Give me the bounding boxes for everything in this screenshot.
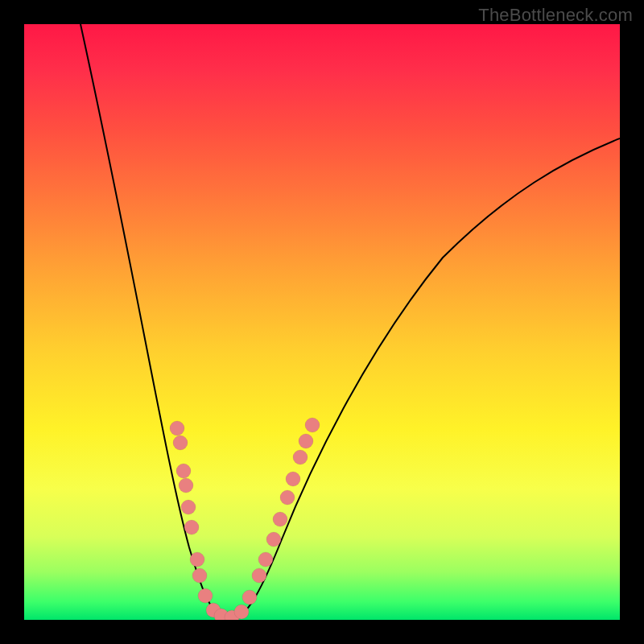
data-marker xyxy=(258,552,273,567)
markers-group xyxy=(170,418,320,620)
data-marker xyxy=(234,605,249,619)
watermark-label: TheBottleneck.com xyxy=(478,5,633,26)
data-marker xyxy=(173,436,188,450)
chart-frame: TheBottleneck.com xyxy=(0,0,644,644)
data-marker xyxy=(170,421,184,436)
data-marker xyxy=(266,532,281,547)
data-marker xyxy=(181,500,196,514)
plot-area xyxy=(24,24,620,620)
data-marker xyxy=(190,552,204,567)
bottleneck-curve xyxy=(80,24,620,619)
data-marker xyxy=(286,472,300,486)
data-marker xyxy=(252,568,266,583)
data-marker xyxy=(198,588,213,603)
data-marker xyxy=(176,464,191,478)
chart-svg xyxy=(24,24,620,620)
data-marker xyxy=(179,478,193,493)
data-marker xyxy=(184,520,199,535)
data-marker xyxy=(242,590,257,605)
data-marker xyxy=(305,418,320,432)
data-marker xyxy=(273,512,287,526)
data-marker xyxy=(299,434,313,448)
data-marker xyxy=(293,450,308,464)
data-marker xyxy=(192,568,207,583)
data-marker xyxy=(280,490,295,505)
